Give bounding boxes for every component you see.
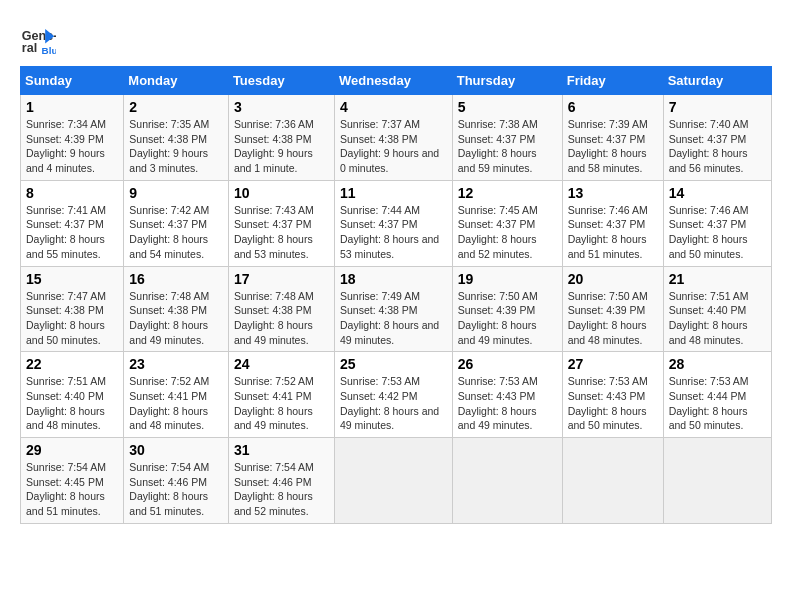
day-info: Sunrise: 7:42 AMSunset: 4:37 PMDaylight:… — [129, 204, 209, 260]
col-header-wednesday: Wednesday — [334, 67, 452, 95]
calendar-week-3: 15 Sunrise: 7:47 AMSunset: 4:38 PMDaylig… — [21, 266, 772, 352]
day-info: Sunrise: 7:44 AMSunset: 4:37 PMDaylight:… — [340, 204, 439, 260]
day-number: 11 — [340, 185, 447, 201]
day-number: 29 — [26, 442, 118, 458]
calendar-cell: 26 Sunrise: 7:53 AMSunset: 4:43 PMDaylig… — [452, 352, 562, 438]
day-info: Sunrise: 7:39 AMSunset: 4:37 PMDaylight:… — [568, 118, 648, 174]
day-number: 16 — [129, 271, 223, 287]
day-number: 21 — [669, 271, 766, 287]
calendar-cell: 20 Sunrise: 7:50 AMSunset: 4:39 PMDaylig… — [562, 266, 663, 352]
day-info: Sunrise: 7:54 AMSunset: 4:46 PMDaylight:… — [234, 461, 314, 517]
col-header-saturday: Saturday — [663, 67, 771, 95]
day-info: Sunrise: 7:36 AMSunset: 4:38 PMDaylight:… — [234, 118, 314, 174]
day-number: 26 — [458, 356, 557, 372]
logo: Gene- ral Blue — [20, 20, 60, 56]
calendar-cell: 27 Sunrise: 7:53 AMSunset: 4:43 PMDaylig… — [562, 352, 663, 438]
calendar-cell: 24 Sunrise: 7:52 AMSunset: 4:41 PMDaylig… — [228, 352, 334, 438]
calendar-cell: 21 Sunrise: 7:51 AMSunset: 4:40 PMDaylig… — [663, 266, 771, 352]
svg-text:ral: ral — [22, 41, 37, 55]
calendar-cell: 30 Sunrise: 7:54 AMSunset: 4:46 PMDaylig… — [124, 438, 229, 524]
day-number: 14 — [669, 185, 766, 201]
day-number: 1 — [26, 99, 118, 115]
page-header: Gene- ral Blue — [20, 20, 772, 56]
day-info: Sunrise: 7:53 AMSunset: 4:43 PMDaylight:… — [568, 375, 648, 431]
day-number: 7 — [669, 99, 766, 115]
day-number: 30 — [129, 442, 223, 458]
day-info: Sunrise: 7:37 AMSunset: 4:38 PMDaylight:… — [340, 118, 439, 174]
calendar-cell: 5 Sunrise: 7:38 AMSunset: 4:37 PMDayligh… — [452, 95, 562, 181]
calendar-header-row: SundayMondayTuesdayWednesdayThursdayFrid… — [21, 67, 772, 95]
calendar-cell — [334, 438, 452, 524]
calendar-cell: 7 Sunrise: 7:40 AMSunset: 4:37 PMDayligh… — [663, 95, 771, 181]
day-info: Sunrise: 7:41 AMSunset: 4:37 PMDaylight:… — [26, 204, 106, 260]
day-info: Sunrise: 7:50 AMSunset: 4:39 PMDaylight:… — [568, 290, 648, 346]
col-header-monday: Monday — [124, 67, 229, 95]
calendar-cell: 10 Sunrise: 7:43 AMSunset: 4:37 PMDaylig… — [228, 180, 334, 266]
day-number: 9 — [129, 185, 223, 201]
calendar-cell: 16 Sunrise: 7:48 AMSunset: 4:38 PMDaylig… — [124, 266, 229, 352]
calendar-cell: 8 Sunrise: 7:41 AMSunset: 4:37 PMDayligh… — [21, 180, 124, 266]
calendar-cell: 23 Sunrise: 7:52 AMSunset: 4:41 PMDaylig… — [124, 352, 229, 438]
calendar-cell: 1 Sunrise: 7:34 AMSunset: 4:39 PMDayligh… — [21, 95, 124, 181]
calendar-cell: 19 Sunrise: 7:50 AMSunset: 4:39 PMDaylig… — [452, 266, 562, 352]
day-number: 8 — [26, 185, 118, 201]
calendar-cell: 14 Sunrise: 7:46 AMSunset: 4:37 PMDaylig… — [663, 180, 771, 266]
calendar-cell: 31 Sunrise: 7:54 AMSunset: 4:46 PMDaylig… — [228, 438, 334, 524]
col-header-sunday: Sunday — [21, 67, 124, 95]
calendar-week-4: 22 Sunrise: 7:51 AMSunset: 4:40 PMDaylig… — [21, 352, 772, 438]
day-info: Sunrise: 7:46 AMSunset: 4:37 PMDaylight:… — [669, 204, 749, 260]
calendar-cell: 4 Sunrise: 7:37 AMSunset: 4:38 PMDayligh… — [334, 95, 452, 181]
col-header-tuesday: Tuesday — [228, 67, 334, 95]
day-number: 28 — [669, 356, 766, 372]
day-info: Sunrise: 7:46 AMSunset: 4:37 PMDaylight:… — [568, 204, 648, 260]
day-number: 18 — [340, 271, 447, 287]
day-info: Sunrise: 7:53 AMSunset: 4:42 PMDaylight:… — [340, 375, 439, 431]
day-number: 23 — [129, 356, 223, 372]
calendar-cell: 28 Sunrise: 7:53 AMSunset: 4:44 PMDaylig… — [663, 352, 771, 438]
col-header-thursday: Thursday — [452, 67, 562, 95]
calendar-table: SundayMondayTuesdayWednesdayThursdayFrid… — [20, 66, 772, 524]
calendar-week-1: 1 Sunrise: 7:34 AMSunset: 4:39 PMDayligh… — [21, 95, 772, 181]
calendar-cell: 17 Sunrise: 7:48 AMSunset: 4:38 PMDaylig… — [228, 266, 334, 352]
calendar-cell — [452, 438, 562, 524]
calendar-cell: 12 Sunrise: 7:45 AMSunset: 4:37 PMDaylig… — [452, 180, 562, 266]
day-number: 24 — [234, 356, 329, 372]
day-info: Sunrise: 7:48 AMSunset: 4:38 PMDaylight:… — [234, 290, 314, 346]
calendar-cell: 9 Sunrise: 7:42 AMSunset: 4:37 PMDayligh… — [124, 180, 229, 266]
calendar-week-5: 29 Sunrise: 7:54 AMSunset: 4:45 PMDaylig… — [21, 438, 772, 524]
calendar-cell: 18 Sunrise: 7:49 AMSunset: 4:38 PMDaylig… — [334, 266, 452, 352]
day-number: 13 — [568, 185, 658, 201]
calendar-cell: 3 Sunrise: 7:36 AMSunset: 4:38 PMDayligh… — [228, 95, 334, 181]
day-info: Sunrise: 7:52 AMSunset: 4:41 PMDaylight:… — [129, 375, 209, 431]
day-info: Sunrise: 7:51 AMSunset: 4:40 PMDaylight:… — [669, 290, 749, 346]
day-info: Sunrise: 7:38 AMSunset: 4:37 PMDaylight:… — [458, 118, 538, 174]
day-number: 17 — [234, 271, 329, 287]
day-info: Sunrise: 7:47 AMSunset: 4:38 PMDaylight:… — [26, 290, 106, 346]
day-number: 3 — [234, 99, 329, 115]
day-number: 2 — [129, 99, 223, 115]
day-info: Sunrise: 7:50 AMSunset: 4:39 PMDaylight:… — [458, 290, 538, 346]
day-number: 25 — [340, 356, 447, 372]
day-info: Sunrise: 7:35 AMSunset: 4:38 PMDaylight:… — [129, 118, 209, 174]
day-info: Sunrise: 7:54 AMSunset: 4:46 PMDaylight:… — [129, 461, 209, 517]
svg-text:Blue: Blue — [42, 45, 56, 56]
calendar-cell: 11 Sunrise: 7:44 AMSunset: 4:37 PMDaylig… — [334, 180, 452, 266]
day-number: 20 — [568, 271, 658, 287]
day-info: Sunrise: 7:40 AMSunset: 4:37 PMDaylight:… — [669, 118, 749, 174]
day-number: 5 — [458, 99, 557, 115]
calendar-cell: 15 Sunrise: 7:47 AMSunset: 4:38 PMDaylig… — [21, 266, 124, 352]
calendar-cell: 6 Sunrise: 7:39 AMSunset: 4:37 PMDayligh… — [562, 95, 663, 181]
calendar-cell: 13 Sunrise: 7:46 AMSunset: 4:37 PMDaylig… — [562, 180, 663, 266]
calendar-cell: 29 Sunrise: 7:54 AMSunset: 4:45 PMDaylig… — [21, 438, 124, 524]
day-info: Sunrise: 7:53 AMSunset: 4:44 PMDaylight:… — [669, 375, 749, 431]
day-info: Sunrise: 7:34 AMSunset: 4:39 PMDaylight:… — [26, 118, 106, 174]
col-header-friday: Friday — [562, 67, 663, 95]
calendar-cell: 2 Sunrise: 7:35 AMSunset: 4:38 PMDayligh… — [124, 95, 229, 181]
day-number: 31 — [234, 442, 329, 458]
day-number: 6 — [568, 99, 658, 115]
day-info: Sunrise: 7:45 AMSunset: 4:37 PMDaylight:… — [458, 204, 538, 260]
day-info: Sunrise: 7:48 AMSunset: 4:38 PMDaylight:… — [129, 290, 209, 346]
logo-icon: Gene- ral Blue — [20, 20, 56, 56]
day-info: Sunrise: 7:54 AMSunset: 4:45 PMDaylight:… — [26, 461, 106, 517]
calendar-cell — [562, 438, 663, 524]
